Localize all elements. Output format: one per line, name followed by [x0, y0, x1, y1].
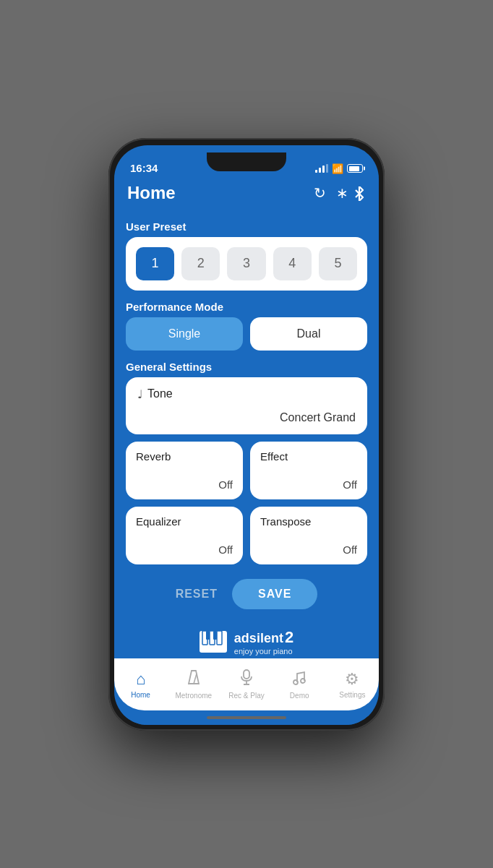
transpose-value: Off — [260, 543, 357, 556]
reverb-value: Off — [136, 478, 233, 491]
preset-btn-4[interactable]: 4 — [273, 247, 312, 280]
settings-gear-icon: ⚙ — [345, 670, 359, 689]
logo-piano-icon — [200, 631, 227, 653]
home-indicator-bar — [207, 716, 286, 719]
perf-btn-single[interactable]: Single — [126, 317, 243, 351]
logo-brand-name: adsilent — [234, 631, 283, 646]
header: Home ↻ ∗ — [114, 179, 379, 212]
equalizer-label: Equalizer — [136, 515, 233, 528]
reverb-card[interactable]: Reverb Off — [126, 442, 243, 499]
equalizer-card[interactable]: Equalizer Off — [126, 507, 243, 564]
performance-mode-section: Performance Mode Single Dual — [126, 301, 367, 351]
preset-btn-1[interactable]: 1 — [136, 247, 174, 280]
perf-btn-dual[interactable]: Dual — [250, 317, 367, 351]
general-settings-label: General Settings — [126, 361, 367, 373]
settings-grid: Reverb Off Effect Off Equalizer Off — [126, 442, 367, 564]
logo-area: adsilent 2 enjoy your piano — [126, 624, 367, 658]
logo-tagline: enjoy your piano — [234, 647, 293, 656]
phone-screen: 16:34 📶 Home ↻ ∗ — [114, 145, 379, 725]
status-time: 16:34 — [130, 162, 158, 174]
action-row: RESET SAVE — [126, 575, 367, 614]
battery-icon — [347, 164, 363, 173]
effect-label: Effect — [260, 450, 357, 463]
nav-item-demo[interactable]: Demo — [273, 663, 326, 705]
logo-version: 2 — [285, 628, 293, 647]
bottom-nav: ⌂ Home Metronome — [114, 658, 379, 710]
refresh-icon[interactable]: ↻ — [314, 184, 326, 202]
effect-card[interactable]: Effect Off — [250, 442, 367, 499]
wifi-icon: 📶 — [332, 163, 343, 174]
transpose-card[interactable]: Transpose Off — [250, 507, 367, 564]
nav-label-demo: Demo — [290, 692, 309, 700]
reverb-label: Reverb — [136, 450, 233, 463]
equalizer-value: Off — [136, 543, 233, 556]
performance-mode-label: Performance Mode — [126, 301, 367, 313]
main-content: User Preset 1 2 3 4 5 Performance Mode S… — [114, 212, 379, 658]
tone-music-note-icon: ♩ — [137, 387, 143, 401]
svg-rect-4 — [206, 631, 210, 640]
bluetooth-icon[interactable]: ∗ — [336, 184, 366, 202]
nav-item-metronome[interactable]: Metronome — [167, 663, 220, 705]
transpose-label: Transpose — [260, 515, 357, 528]
phone-frame: 16:34 📶 Home ↻ ∗ — [108, 138, 385, 731]
notch — [207, 152, 286, 171]
svg-line-7 — [194, 674, 197, 684]
nav-item-home[interactable]: ⌂ Home — [114, 664, 167, 705]
nav-label-settings: Settings — [339, 691, 365, 699]
svg-rect-8 — [244, 670, 249, 679]
home-icon: ⌂ — [136, 670, 145, 689]
signal-icon — [315, 164, 328, 173]
nav-label-metronome: Metronome — [176, 692, 213, 700]
mic-icon — [240, 669, 253, 689]
svg-point-12 — [301, 679, 305, 683]
tone-label-row: ♩ Tone — [137, 387, 356, 401]
tone-value: Concert Grand — [137, 411, 356, 424]
demo-music-icon — [292, 669, 306, 689]
svg-point-11 — [293, 680, 298, 684]
user-preset-label: User Preset — [126, 220, 367, 233]
preset-btn-3[interactable]: 3 — [227, 247, 265, 280]
nav-label-rec-play: Rec & Play — [228, 692, 264, 700]
svg-rect-3 — [217, 631, 222, 645]
save-button[interactable]: SAVE — [232, 579, 317, 609]
tone-card[interactable]: ♩ Tone Concert Grand — [126, 377, 367, 434]
performance-card: Single Dual — [126, 317, 367, 351]
header-actions: ↻ ∗ — [314, 184, 366, 202]
preset-card: 1 2 3 4 5 — [126, 237, 367, 291]
logo-text-block: adsilent 2 enjoy your piano — [234, 628, 293, 656]
home-indicator-area — [114, 710, 379, 725]
nav-item-settings[interactable]: ⚙ Settings — [326, 664, 379, 705]
reset-button[interactable]: RESET — [176, 588, 218, 601]
general-settings-section: General Settings ♩ Tone Concert Grand Re… — [126, 361, 367, 564]
user-preset-section: User Preset 1 2 3 4 5 — [126, 220, 367, 291]
metronome-icon — [187, 669, 201, 689]
preset-btn-2[interactable]: 2 — [181, 247, 220, 280]
effect-value: Off — [260, 478, 357, 491]
page-title: Home — [127, 183, 176, 203]
tone-label: Tone — [147, 387, 173, 400]
nav-label-home: Home — [131, 691, 150, 699]
svg-rect-5 — [213, 631, 217, 640]
status-icons: 📶 — [315, 163, 363, 174]
preset-btn-5[interactable]: 5 — [319, 247, 357, 280]
nav-item-rec-play[interactable]: Rec & Play — [220, 663, 273, 705]
